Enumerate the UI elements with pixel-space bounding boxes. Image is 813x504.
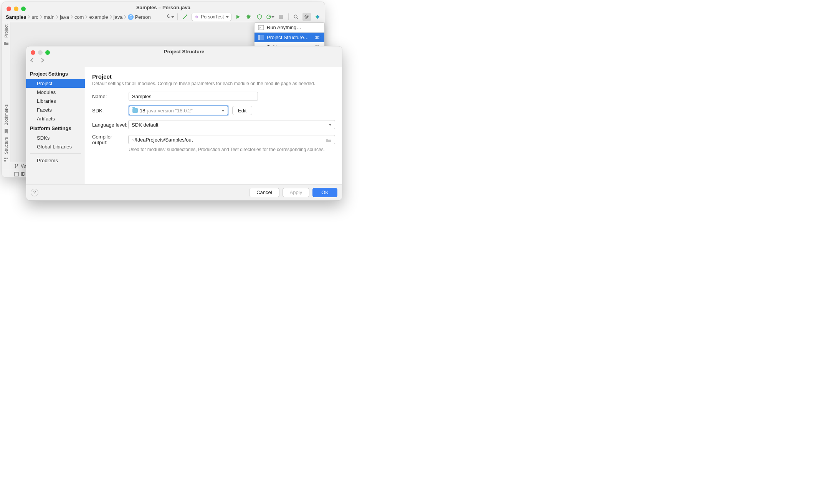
dialog-main-panel: Project Default settings for all modules…: [85, 67, 342, 184]
sidebar-item-project[interactable]: Project: [26, 79, 85, 88]
bookmark-icon: [4, 128, 8, 134]
crumb-main[interactable]: main: [43, 14, 55, 20]
project-toolwindow-tab[interactable]: Project: [4, 25, 8, 38]
popup-run-anything[interactable]: Run Anything…: [254, 23, 324, 32]
chevron-right-icon: [40, 15, 42, 19]
structure-toolwindow-tab[interactable]: Structure: [4, 137, 8, 154]
language-level-label: Language level:: [92, 122, 128, 128]
compiler-output-label: Compiler output:: [92, 134, 128, 145]
sdk-number: 18: [140, 108, 145, 114]
cancel-button[interactable]: Cancel: [249, 188, 279, 197]
sidebar-item-artifacts[interactable]: Artifacts: [26, 114, 85, 123]
dialog-footer: ? Cancel Apply OK: [26, 184, 342, 200]
svg-rect-14: [258, 35, 260, 40]
dialog-title: Project Structure: [26, 49, 342, 54]
chevron-down-icon: [171, 16, 174, 18]
coverage-button[interactable]: [255, 13, 264, 21]
vcs-update-button[interactable]: [166, 13, 174, 21]
sidebar-item-modules[interactable]: Modules: [26, 88, 85, 97]
sdk-edit-button[interactable]: Edit: [232, 106, 252, 115]
sidebar-heading-platform-settings: Platform Settings: [26, 123, 85, 133]
compiler-output-value: ~/IdeaProjects/Samples/out: [132, 137, 193, 143]
name-label: Name:: [92, 94, 129, 99]
svg-rect-11: [15, 172, 18, 176]
search-button[interactable]: [292, 13, 300, 21]
svg-point-10: [17, 164, 18, 165]
debug-button[interactable]: [245, 13, 253, 21]
crumb-class[interactable]: C Person: [127, 14, 151, 20]
chevron-right-icon: [71, 15, 73, 19]
left-gutter: Project Bookmarks Structure: [2, 22, 10, 162]
forward-button[interactable]: [40, 58, 46, 63]
vcs-branch-icon: [14, 164, 19, 168]
sidebar-item-global-libraries[interactable]: Global Libraries: [26, 142, 85, 151]
sidebar-item-sdks[interactable]: SDKs: [26, 133, 85, 142]
popup-run-anything-label: Run Anything…: [267, 25, 301, 30]
panel-description: Default settings for all modules. Config…: [92, 81, 335, 86]
ide-toolbar: Samples src main java com example java C…: [2, 12, 325, 22]
chevron-right-icon: [85, 15, 88, 19]
sidebar-divider: [30, 153, 81, 154]
project-name-input[interactable]: [129, 92, 258, 101]
svg-rect-7: [4, 160, 6, 161]
sdk-combo[interactable]: 18 java version "18.0.2": [129, 105, 228, 115]
chevron-right-icon: [28, 15, 30, 19]
svg-rect-12: [258, 25, 264, 30]
square-icon: [14, 172, 19, 176]
chevron-down-icon: [221, 110, 225, 112]
run-config-label: PersonTest: [201, 14, 224, 20]
chevron-down-icon: [226, 16, 229, 18]
crumb-example[interactable]: example: [88, 14, 109, 20]
apply-button[interactable]: Apply: [283, 188, 310, 197]
svg-point-3: [294, 15, 297, 18]
compiler-output-field[interactable]: ~/IdeaProjects/Samples/out: [128, 135, 335, 144]
build-button[interactable]: [181, 13, 189, 21]
crumb-root[interactable]: Samples: [5, 14, 27, 20]
breadcrumb: Samples src main java com example java C…: [5, 14, 166, 20]
back-button[interactable]: [30, 58, 36, 63]
chevron-down-icon: [329, 124, 332, 126]
crumb-java[interactable]: java: [59, 14, 70, 20]
run-config-combo[interactable]: PersonTest: [192, 13, 231, 21]
stop-button[interactable]: [277, 13, 285, 21]
folder-icon: [3, 41, 9, 45]
bookmarks-toolwindow-tab[interactable]: Bookmarks: [4, 104, 8, 125]
ok-button[interactable]: OK: [312, 188, 337, 197]
svg-point-0: [247, 15, 250, 18]
sdk-label: SDK:: [92, 108, 129, 114]
sidebar-item-facets[interactable]: Facets: [26, 105, 85, 114]
code-with-me-button[interactable]: [313, 13, 322, 21]
language-level-value: SDK default: [132, 122, 158, 128]
run-config-icon: [194, 15, 199, 19]
class-icon: C: [128, 14, 134, 20]
crumb-java2[interactable]: java: [113, 14, 124, 20]
project-structure-dialog: Project Structure Project Settings Proje…: [26, 46, 342, 201]
crumb-class-label: Person: [135, 14, 150, 20]
sdk-version: java version "18.0.2": [147, 108, 192, 114]
sidebar-item-problems[interactable]: Problems: [26, 156, 85, 165]
popup-project-structure-label: Project Structure…: [267, 35, 309, 40]
svg-rect-6: [7, 158, 8, 159]
svg-rect-5: [4, 158, 6, 159]
browse-folder-icon[interactable]: [326, 137, 332, 142]
profile-button[interactable]: [266, 13, 274, 21]
language-level-combo[interactable]: SDK default: [128, 120, 335, 129]
popup-project-structure[interactable]: Project Structure… ⌘;: [254, 33, 324, 42]
chevron-down-icon: [271, 16, 274, 18]
crumb-com[interactable]: com: [74, 14, 85, 20]
dialog-sidebar: Project Settings Project Modules Librari…: [26, 67, 85, 184]
svg-point-9: [15, 167, 16, 168]
panel-heading: Project: [92, 73, 335, 80]
project-structure-icon: [258, 35, 264, 40]
structure-icon: [4, 157, 8, 162]
chevron-right-icon: [110, 15, 112, 19]
popup-project-structure-shortcut: ⌘;: [315, 35, 321, 40]
sidebar-item-libraries[interactable]: Libraries: [26, 97, 85, 105]
run-button[interactable]: [234, 13, 242, 21]
help-button[interactable]: ?: [31, 189, 38, 196]
chevron-right-icon: [56, 15, 58, 19]
svg-rect-2: [279, 15, 283, 19]
settings-gear-button[interactable]: [302, 13, 311, 21]
crumb-src[interactable]: src: [31, 14, 39, 20]
chevron-right-icon: [124, 15, 126, 19]
